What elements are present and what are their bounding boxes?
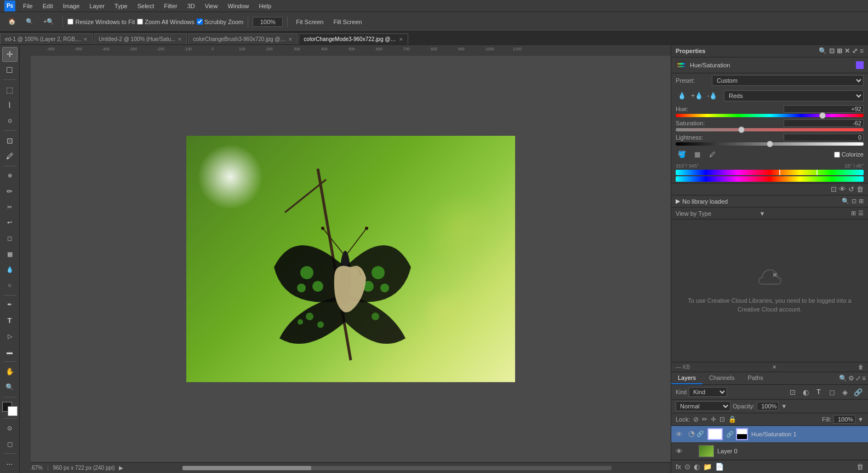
viewby-chevron[interactable]: ▼	[760, 210, 766, 217]
menu-help[interactable]: Help	[255, 2, 276, 10]
layer-0-visibility[interactable]: 👁	[676, 430, 684, 439]
layer-adjustment-icon[interactable]: ◐	[694, 463, 700, 471]
menu-select[interactable]: Select	[133, 2, 159, 10]
tab-channels[interactable]: Channels	[703, 372, 741, 384]
gradient-icon[interactable]: ▦	[691, 148, 703, 160]
gradient-tool[interactable]: ▦	[2, 247, 18, 262]
lib-search-icon[interactable]: 🔍	[842, 198, 849, 205]
channel-select[interactable]: Reds Master Yellows Greens Cyans Blues M…	[724, 90, 864, 101]
properties-paste-icon[interactable]: ⊞	[837, 47, 842, 55]
history-brush[interactable]: ↩	[2, 215, 18, 230]
visibility-icon[interactable]: 👁	[839, 185, 846, 193]
remove-sample[interactable]: -💧	[706, 90, 718, 102]
adjustment-layer-icon[interactable]: ◐	[800, 387, 811, 397]
colorize-input[interactable]	[834, 152, 840, 158]
delete-icon[interactable]: 🗑	[856, 185, 864, 193]
forward-btn[interactable]: ▶	[119, 465, 123, 471]
libraries-collapse-icon[interactable]: ▶	[676, 198, 680, 205]
healing-tool[interactable]: ⊕	[2, 168, 18, 183]
menu-image[interactable]: Image	[59, 2, 84, 10]
hand-tool[interactable]: ✋	[2, 364, 18, 379]
layers-expand-icon[interactable]: ⤢	[855, 374, 861, 382]
viewby-list-icon[interactable]: ☰	[858, 210, 864, 217]
add-sample[interactable]: +💧	[691, 90, 703, 102]
menu-file[interactable]: File	[19, 2, 37, 10]
layers-search-icon[interactable]: 🔍	[839, 374, 847, 382]
zoom-out-btn[interactable]: 🔍	[22, 16, 37, 27]
lasso-tool[interactable]: ⌇	[2, 98, 18, 113]
pixel-layer-icon[interactable]: ⊡	[787, 387, 798, 397]
pen-tool[interactable]: ✒	[2, 298, 18, 313]
lib-copy-icon[interactable]: ⊡	[852, 198, 856, 205]
menu-layer[interactable]: Layer	[85, 2, 109, 10]
fx-link-icon[interactable]: 🔗	[853, 387, 864, 397]
lock-position-icon[interactable]: ✛	[711, 416, 716, 423]
tab-2[interactable]: colorChangeBrush3-960x720.jpg @ 6... ✕	[188, 33, 298, 44]
menu-edit[interactable]: Edit	[38, 2, 58, 10]
layer-1-visibility[interactable]: 👁	[676, 447, 684, 455]
home-btn[interactable]: 🏠	[4, 16, 20, 27]
tab-0-close[interactable]: ✕	[83, 37, 88, 42]
marquee-tool[interactable]: ⬚	[2, 82, 18, 97]
tab-2-close[interactable]: ✕	[288, 37, 293, 42]
screen-mode-btn[interactable]: ▢	[2, 437, 18, 452]
sat-slider-track[interactable]	[676, 128, 864, 131]
hue-slider-thumb[interactable]	[819, 112, 826, 119]
quick-select-tool[interactable]: ⊙	[2, 114, 18, 129]
paint-bucket-icon[interactable]: 🪣	[676, 148, 688, 160]
layer-delete-icon[interactable]: 🗑	[856, 463, 864, 471]
fg-bg-colors[interactable]	[2, 402, 18, 417]
zoom-tool[interactable]: 🔍	[2, 380, 18, 395]
layer-fx-icon[interactable]: fx	[676, 463, 681, 471]
sat-slider-thumb[interactable]	[738, 126, 745, 133]
tab-1[interactable]: Untitled-2 @ 100% (Hue/Satu... ✕	[94, 33, 187, 44]
sample-eyedropper[interactable]: 💧	[676, 90, 688, 102]
properties-menu-icon[interactable]: ≡	[860, 47, 864, 55]
lock-all-icon[interactable]: 🔒	[728, 416, 736, 423]
type-tool[interactable]: T	[2, 313, 18, 328]
properties-copy-icon[interactable]: ⊡	[829, 47, 835, 55]
light-value[interactable]	[784, 134, 864, 141]
type-layer-icon[interactable]: T	[813, 387, 824, 397]
fit-screen-btn[interactable]: Fit Screen	[292, 17, 327, 27]
zoom-all-input[interactable]	[137, 19, 143, 25]
fill-chevron[interactable]: ▼	[858, 416, 864, 423]
artboard-tool[interactable]: ☐	[2, 63, 18, 78]
sat-value[interactable]	[784, 119, 864, 127]
preset-select[interactable]: Custom	[712, 75, 864, 86]
clip-mask-icon[interactable]: ⊡	[831, 185, 837, 193]
brush-tool[interactable]: ✏	[2, 184, 18, 199]
lib-paste-icon[interactable]: ⊞	[859, 198, 864, 205]
lock-image-icon[interactable]: ✏	[702, 416, 707, 423]
opacity-chevron[interactable]: ▼	[781, 403, 787, 409]
hue-slider-track[interactable]	[676, 114, 864, 117]
layer-row-1[interactable]: 👁 Layer 0	[671, 443, 868, 460]
menu-window[interactable]: Window	[223, 2, 253, 10]
properties-expand-icon[interactable]: ⤢	[852, 47, 858, 55]
smart-obj-icon[interactable]: ◈	[840, 387, 850, 397]
tab-0[interactable]: ed-1 @ 100% (Layer 2, RGB,... ✕	[0, 33, 93, 44]
scrubby-zoom-input[interactable]	[197, 19, 203, 25]
menu-3d[interactable]: 3D	[183, 2, 199, 10]
quick-mask-btn[interactable]: ⊙	[2, 421, 18, 436]
blur-tool[interactable]: 💧	[2, 262, 18, 277]
crop-tool[interactable]: ⊡	[2, 133, 18, 148]
layer-new-icon[interactable]: 📄	[715, 463, 724, 471]
properties-close-icon[interactable]: ✕	[844, 47, 850, 55]
lock-transparent-icon[interactable]: ⊘	[693, 416, 699, 423]
eyedropper-tool[interactable]: 🖉	[2, 149, 18, 164]
layers-kind-select[interactable]: Kind	[689, 387, 727, 397]
layers-settings-icon[interactable]: ⚙	[848, 374, 854, 382]
tab-1-close[interactable]: ✕	[178, 37, 182, 42]
blend-mode-select[interactable]: Normal Multiply Screen Overlay	[676, 401, 730, 411]
menu-filter[interactable]: Filter	[159, 2, 181, 10]
fill-screen-btn[interactable]: Fill Screen	[329, 17, 366, 27]
reset-icon[interactable]: ↺	[848, 185, 854, 193]
lib-add-icon[interactable]: ✕	[772, 364, 776, 370]
layer-group-icon[interactable]: 📁	[703, 463, 712, 471]
shape-layer-icon[interactable]: ◻	[826, 387, 837, 397]
shape-tool[interactable]: ▬	[2, 345, 18, 360]
properties-search-icon[interactable]: 🔍	[819, 47, 827, 55]
tab-layers[interactable]: Layers	[671, 372, 703, 384]
light-slider-thumb[interactable]	[767, 141, 773, 147]
